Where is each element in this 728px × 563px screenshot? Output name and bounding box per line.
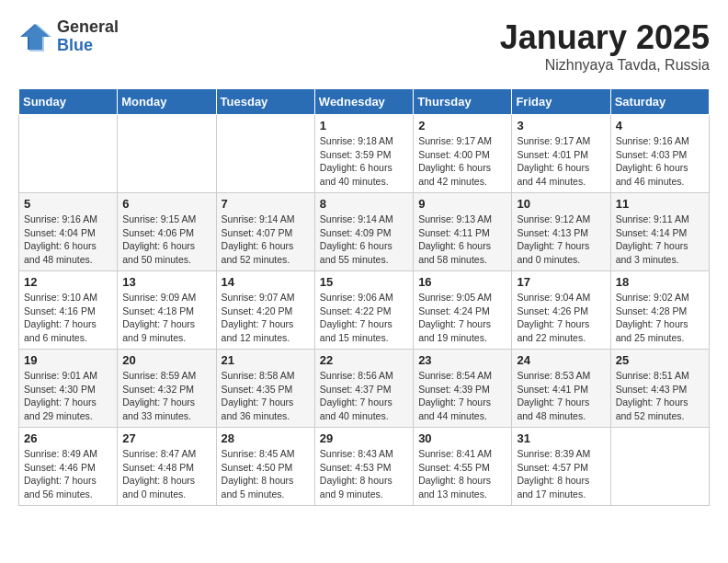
day-info: Sunrise: 9:16 AM Sunset: 4:04 PM Dayligh… <box>24 213 112 267</box>
calendar-title: January 2025 <box>500 18 710 57</box>
calendar-cell: 1Sunrise: 9:18 AM Sunset: 3:59 PM Daylig… <box>314 115 413 193</box>
day-info: Sunrise: 9:12 AM Sunset: 4:13 PM Dayligh… <box>517 213 605 267</box>
day-number: 30 <box>418 431 506 445</box>
day-number: 27 <box>122 431 210 445</box>
calendar-cell: 7Sunrise: 9:14 AM Sunset: 4:07 PM Daylig… <box>216 193 314 271</box>
header-day-thursday: Thursday <box>414 89 512 115</box>
header-day-tuesday: Tuesday <box>216 89 314 115</box>
calendar-cell: 11Sunrise: 9:11 AM Sunset: 4:14 PM Dayli… <box>610 193 709 271</box>
day-number: 17 <box>517 275 605 289</box>
calendar-cell: 15Sunrise: 9:06 AM Sunset: 4:22 PM Dayli… <box>314 271 413 350</box>
week-row-4: 26Sunrise: 8:49 AM Sunset: 4:46 PM Dayli… <box>19 428 710 506</box>
calendar-cell: 20Sunrise: 8:59 AM Sunset: 4:32 PM Dayli… <box>118 350 216 428</box>
day-info: Sunrise: 9:09 AM Sunset: 4:18 PM Dayligh… <box>122 291 210 345</box>
day-number: 11 <box>616 197 704 211</box>
calendar-cell <box>610 428 709 506</box>
calendar-cell: 22Sunrise: 8:56 AM Sunset: 4:37 PM Dayli… <box>314 350 413 428</box>
day-number: 1 <box>320 119 408 132</box>
day-info: Sunrise: 9:16 AM Sunset: 4:03 PM Dayligh… <box>616 134 704 189</box>
day-info: Sunrise: 9:14 AM Sunset: 4:07 PM Dayligh… <box>222 213 310 267</box>
day-number: 25 <box>616 353 704 367</box>
calendar-cell: 27Sunrise: 8:47 AM Sunset: 4:48 PM Dayli… <box>118 428 216 506</box>
calendar-subtitle: Nizhnyaya Tavda, Russia <box>500 57 710 74</box>
day-number: 28 <box>222 431 310 445</box>
day-info: Sunrise: 9:04 AM Sunset: 4:26 PM Dayligh… <box>517 291 605 345</box>
day-info: Sunrise: 9:15 AM Sunset: 4:06 PM Dayligh… <box>122 213 210 267</box>
day-number: 22 <box>320 353 408 367</box>
day-info: Sunrise: 9:06 AM Sunset: 4:22 PM Dayligh… <box>320 291 408 345</box>
logo-text: General Blue <box>57 18 119 55</box>
calendar-cell: 18Sunrise: 9:02 AM Sunset: 4:28 PM Dayli… <box>610 271 709 350</box>
header-day-wednesday: Wednesday <box>314 89 413 115</box>
calendar-cell: 4Sunrise: 9:16 AM Sunset: 4:03 PM Daylig… <box>610 115 709 193</box>
day-info: Sunrise: 9:13 AM Sunset: 4:11 PM Dayligh… <box>418 213 506 267</box>
logo-blue-text: Blue <box>57 37 119 55</box>
day-number: 21 <box>222 353 310 367</box>
day-info: Sunrise: 8:45 AM Sunset: 4:50 PM Dayligh… <box>222 447 310 501</box>
day-info: Sunrise: 9:11 AM Sunset: 4:14 PM Dayligh… <box>616 213 704 267</box>
day-info: Sunrise: 8:39 AM Sunset: 4:57 PM Dayligh… <box>517 447 605 501</box>
day-info: Sunrise: 8:43 AM Sunset: 4:53 PM Dayligh… <box>320 447 408 501</box>
logo-general-text: General <box>57 18 119 37</box>
logo: General Blue <box>18 18 119 55</box>
day-number: 5 <box>24 197 112 211</box>
header: General Blue January 2025 Nizhnyaya Tavd… <box>18 18 710 74</box>
day-info: Sunrise: 9:10 AM Sunset: 4:16 PM Dayligh… <box>24 291 112 345</box>
calendar-cell: 6Sunrise: 9:15 AM Sunset: 4:06 PM Daylig… <box>118 193 216 271</box>
calendar-cell: 19Sunrise: 9:01 AM Sunset: 4:30 PM Dayli… <box>19 350 118 428</box>
day-number: 13 <box>122 275 210 289</box>
calendar-cell: 25Sunrise: 8:51 AM Sunset: 4:43 PM Dayli… <box>610 350 709 428</box>
week-row-3: 19Sunrise: 9:01 AM Sunset: 4:30 PM Dayli… <box>19 350 710 428</box>
day-info: Sunrise: 9:05 AM Sunset: 4:24 PM Dayligh… <box>418 291 506 345</box>
calendar-cell: 24Sunrise: 8:53 AM Sunset: 4:41 PM Dayli… <box>512 350 610 428</box>
day-number: 14 <box>222 275 310 289</box>
day-number: 2 <box>418 119 506 132</box>
day-info: Sunrise: 8:56 AM Sunset: 4:37 PM Dayligh… <box>320 369 408 423</box>
calendar-cell: 13Sunrise: 9:09 AM Sunset: 4:18 PM Dayli… <box>118 271 216 350</box>
calendar-cell: 3Sunrise: 9:17 AM Sunset: 4:01 PM Daylig… <box>512 115 610 193</box>
calendar-cell: 30Sunrise: 8:41 AM Sunset: 4:55 PM Dayli… <box>414 428 512 506</box>
calendar-cell: 8Sunrise: 9:14 AM Sunset: 4:09 PM Daylig… <box>314 193 413 271</box>
day-info: Sunrise: 9:02 AM Sunset: 4:28 PM Dayligh… <box>616 291 704 345</box>
header-day-saturday: Saturday <box>610 89 709 115</box>
day-number: 18 <box>616 275 704 289</box>
calendar-cell: 31Sunrise: 8:39 AM Sunset: 4:57 PM Dayli… <box>512 428 610 506</box>
day-number: 23 <box>418 353 506 367</box>
day-number: 4 <box>616 119 704 132</box>
day-info: Sunrise: 8:51 AM Sunset: 4:43 PM Dayligh… <box>616 369 704 423</box>
calendar-cell: 9Sunrise: 9:13 AM Sunset: 4:11 PM Daylig… <box>414 193 512 271</box>
header-day-monday: Monday <box>118 89 216 115</box>
calendar-cell: 17Sunrise: 9:04 AM Sunset: 4:26 PM Dayli… <box>512 271 610 350</box>
week-row-2: 12Sunrise: 9:10 AM Sunset: 4:16 PM Dayli… <box>19 271 710 350</box>
day-number: 3 <box>517 119 605 132</box>
header-day-friday: Friday <box>512 89 610 115</box>
calendar-cell: 26Sunrise: 8:49 AM Sunset: 4:46 PM Dayli… <box>19 428 118 506</box>
day-info: Sunrise: 8:59 AM Sunset: 4:32 PM Dayligh… <box>122 369 210 423</box>
day-number: 31 <box>517 431 605 445</box>
calendar-cell: 14Sunrise: 9:07 AM Sunset: 4:20 PM Dayli… <box>216 271 314 350</box>
day-number: 19 <box>24 353 112 367</box>
week-row-1: 5Sunrise: 9:16 AM Sunset: 4:04 PM Daylig… <box>19 193 710 271</box>
day-number: 26 <box>24 431 112 445</box>
header-day-sunday: Sunday <box>19 89 118 115</box>
calendar-cell: 5Sunrise: 9:16 AM Sunset: 4:04 PM Daylig… <box>19 193 118 271</box>
week-row-0: 1Sunrise: 9:18 AM Sunset: 3:59 PM Daylig… <box>19 115 710 193</box>
day-number: 8 <box>320 197 408 211</box>
day-info: Sunrise: 9:18 AM Sunset: 3:59 PM Dayligh… <box>320 134 408 189</box>
calendar-cell: 28Sunrise: 8:45 AM Sunset: 4:50 PM Dayli… <box>216 428 314 506</box>
svg-marker-1 <box>22 24 51 52</box>
day-number: 15 <box>320 275 408 289</box>
day-info: Sunrise: 8:54 AM Sunset: 4:39 PM Dayligh… <box>418 369 506 423</box>
day-info: Sunrise: 8:47 AM Sunset: 4:48 PM Dayligh… <box>122 447 210 501</box>
day-info: Sunrise: 8:41 AM Sunset: 4:55 PM Dayligh… <box>418 447 506 501</box>
header-row: SundayMondayTuesdayWednesdayThursdayFrid… <box>19 89 710 115</box>
calendar-cell: 10Sunrise: 9:12 AM Sunset: 4:13 PM Dayli… <box>512 193 610 271</box>
day-number: 24 <box>517 353 605 367</box>
day-info: Sunrise: 9:14 AM Sunset: 4:09 PM Dayligh… <box>320 213 408 267</box>
calendar-cell <box>19 115 118 193</box>
day-number: 10 <box>517 197 605 211</box>
day-number: 12 <box>24 275 112 289</box>
day-number: 16 <box>418 275 506 289</box>
calendar-header: SundayMondayTuesdayWednesdayThursdayFrid… <box>19 89 710 115</box>
calendar-cell: 16Sunrise: 9:05 AM Sunset: 4:24 PM Dayli… <box>414 271 512 350</box>
